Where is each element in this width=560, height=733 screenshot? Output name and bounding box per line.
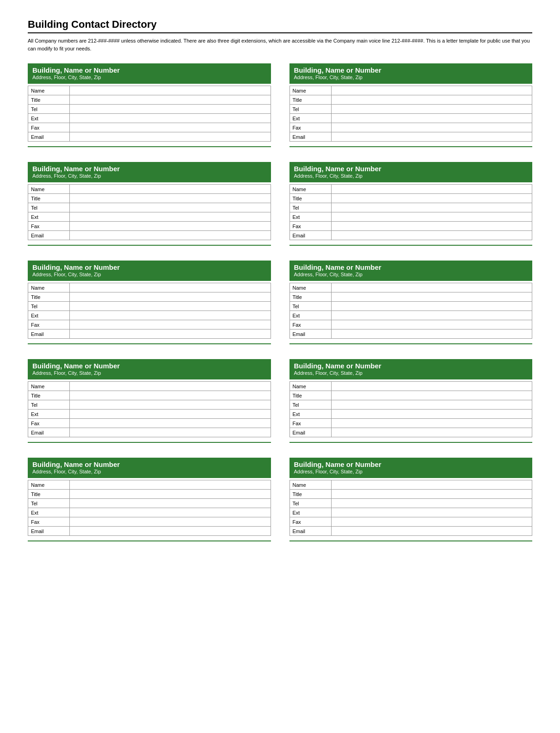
field-value-ext[interactable] bbox=[331, 508, 532, 517]
table-row: Fax bbox=[289, 222, 532, 231]
field-value-ext[interactable] bbox=[70, 410, 271, 419]
field-label-title: Title bbox=[28, 490, 70, 499]
field-value-tel[interactable] bbox=[70, 400, 271, 410]
field-value-title[interactable] bbox=[331, 194, 532, 203]
field-value-email[interactable] bbox=[70, 527, 271, 536]
field-value-ext[interactable] bbox=[331, 114, 532, 123]
table-row: Ext bbox=[28, 508, 271, 517]
contact-card-4: Building, Name or NumberAddress, Floor, … bbox=[289, 162, 533, 246]
field-value-email[interactable] bbox=[331, 428, 532, 437]
card-header-9: Building, Name or NumberAddress, Floor, … bbox=[28, 458, 271, 477]
card-header-7: Building, Name or NumberAddress, Floor, … bbox=[28, 359, 271, 379]
field-value-name[interactable] bbox=[331, 283, 532, 292]
field-label-tel: Tel bbox=[28, 203, 70, 212]
field-value-fax[interactable] bbox=[331, 222, 532, 231]
field-value-tel[interactable] bbox=[70, 499, 271, 508]
contact-card-6: Building, Name or NumberAddress, Floor, … bbox=[289, 261, 533, 344]
field-value-tel[interactable] bbox=[70, 203, 271, 212]
field-value-name[interactable] bbox=[70, 283, 271, 292]
contact-card-3: Building, Name or NumberAddress, Floor, … bbox=[28, 162, 271, 246]
field-value-fax[interactable] bbox=[70, 517, 271, 527]
field-value-fax[interactable] bbox=[331, 320, 532, 329]
field-value-email[interactable] bbox=[331, 231, 532, 240]
field-value-title[interactable] bbox=[70, 490, 271, 499]
field-label-name: Name bbox=[28, 86, 70, 95]
field-value-title[interactable] bbox=[331, 292, 532, 302]
field-label-name: Name bbox=[289, 283, 331, 292]
field-label-title: Title bbox=[28, 391, 70, 400]
field-value-name[interactable] bbox=[331, 382, 532, 391]
field-value-name[interactable] bbox=[70, 86, 271, 95]
card-green-line-bottom-9 bbox=[28, 540, 271, 541]
field-value-title[interactable] bbox=[331, 391, 532, 400]
field-value-email[interactable] bbox=[331, 132, 532, 142]
contact-table-7: NameTitleTelExtFaxEmail bbox=[28, 381, 271, 437]
field-label-ext: Ext bbox=[289, 410, 331, 419]
field-value-title[interactable] bbox=[331, 95, 532, 105]
field-value-ext[interactable] bbox=[70, 212, 271, 222]
table-row: Fax bbox=[28, 419, 271, 428]
table-row: Tel bbox=[289, 105, 532, 114]
field-value-email[interactable] bbox=[70, 428, 271, 437]
table-row: Email bbox=[289, 428, 532, 437]
field-value-fax[interactable] bbox=[331, 123, 532, 132]
field-value-name[interactable] bbox=[331, 185, 532, 194]
field-label-name: Name bbox=[289, 480, 331, 490]
card-green-line-top-2 bbox=[289, 83, 533, 84]
field-value-fax[interactable] bbox=[70, 419, 271, 428]
table-row: Title bbox=[28, 194, 271, 203]
card-subtitle-8: Address, Floor, City, State, Zip bbox=[294, 370, 528, 376]
card-header-1: Building, Name or NumberAddress, Floor, … bbox=[28, 63, 271, 83]
field-label-email: Email bbox=[289, 428, 331, 437]
field-value-ext[interactable] bbox=[331, 212, 532, 222]
field-value-tel[interactable] bbox=[70, 302, 271, 311]
field-value-ext[interactable] bbox=[70, 508, 271, 517]
field-value-title[interactable] bbox=[331, 490, 532, 499]
field-label-email: Email bbox=[289, 231, 331, 240]
field-value-email[interactable] bbox=[70, 132, 271, 142]
field-value-name[interactable] bbox=[70, 480, 271, 490]
field-value-fax[interactable] bbox=[331, 419, 532, 428]
contact-table-6: NameTitleTelExtFaxEmail bbox=[289, 283, 533, 339]
table-row: Ext bbox=[28, 212, 271, 222]
field-value-name[interactable] bbox=[331, 480, 532, 490]
field-value-tel[interactable] bbox=[331, 499, 532, 508]
field-value-name[interactable] bbox=[70, 185, 271, 194]
page-title: Building Contact Directory bbox=[28, 19, 532, 31]
field-value-title[interactable] bbox=[70, 194, 271, 203]
field-value-tel[interactable] bbox=[70, 105, 271, 114]
table-row: Email bbox=[28, 132, 271, 142]
field-value-email[interactable] bbox=[70, 329, 271, 339]
field-value-email[interactable] bbox=[331, 527, 532, 536]
field-value-title[interactable] bbox=[70, 391, 271, 400]
field-value-email[interactable] bbox=[331, 329, 532, 339]
field-value-ext[interactable] bbox=[331, 410, 532, 419]
field-label-title: Title bbox=[289, 391, 331, 400]
field-label-fax: Fax bbox=[28, 517, 70, 527]
field-label-tel: Tel bbox=[289, 203, 331, 212]
field-value-tel[interactable] bbox=[331, 302, 532, 311]
field-value-ext[interactable] bbox=[70, 311, 271, 320]
field-value-fax[interactable] bbox=[70, 123, 271, 132]
field-value-tel[interactable] bbox=[331, 203, 532, 212]
card-header-5: Building, Name or NumberAddress, Floor, … bbox=[28, 261, 271, 280]
field-value-title[interactable] bbox=[70, 292, 271, 302]
field-value-tel[interactable] bbox=[331, 400, 532, 410]
field-value-name[interactable] bbox=[331, 86, 532, 95]
field-value-ext[interactable] bbox=[70, 114, 271, 123]
table-row: Email bbox=[28, 428, 271, 437]
field-value-email[interactable] bbox=[70, 231, 271, 240]
table-row: Fax bbox=[28, 320, 271, 329]
contact-table-2: NameTitleTelExtFaxEmail bbox=[289, 86, 533, 142]
field-label-fax: Fax bbox=[28, 419, 70, 428]
card-green-line-top-10 bbox=[289, 477, 533, 478]
field-value-fax[interactable] bbox=[331, 517, 532, 527]
field-value-tel[interactable] bbox=[331, 105, 532, 114]
field-value-fax[interactable] bbox=[70, 320, 271, 329]
field-value-fax[interactable] bbox=[70, 222, 271, 231]
field-value-ext[interactable] bbox=[331, 311, 532, 320]
field-value-title[interactable] bbox=[70, 95, 271, 105]
card-subtitle-7: Address, Floor, City, State, Zip bbox=[32, 370, 266, 376]
field-value-name[interactable] bbox=[70, 382, 271, 391]
field-label-ext: Ext bbox=[289, 508, 331, 517]
